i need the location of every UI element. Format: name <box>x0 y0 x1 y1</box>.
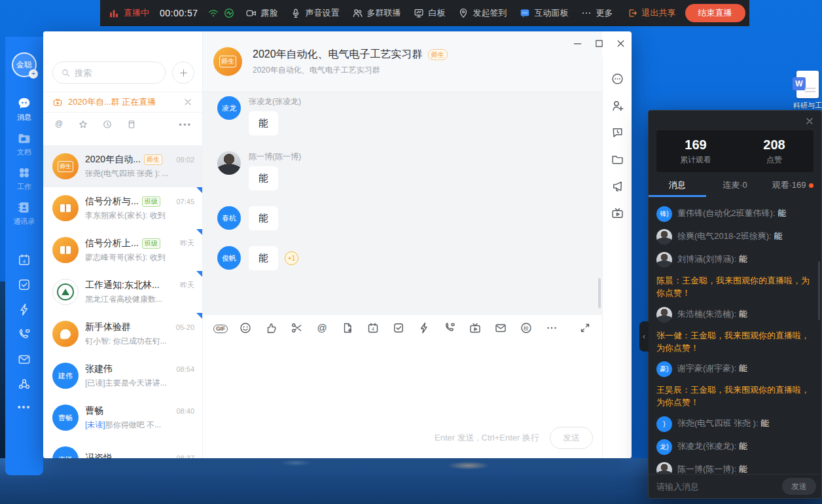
task-icon[interactable] <box>392 321 405 334</box>
emoji-icon[interactable] <box>239 321 252 334</box>
live-toolbar-item[interactable]: 白板 <box>413 7 446 19</box>
composer-input-area[interactable]: Enter 发送 , Ctrl+Enter 换行 发送 <box>203 341 602 458</box>
mail2-icon[interactable] <box>17 352 31 367</box>
group-avatar: 师生 <box>213 47 242 76</box>
moreh-icon[interactable] <box>545 321 558 334</box>
chat-list-item[interactable]: 信号分析与... 班级 07:45 李东朔家长(家长): 收到 <box>43 187 202 229</box>
mail-icon[interactable] <box>494 321 507 334</box>
flash-icon[interactable] <box>17 302 31 317</box>
todo-icon[interactable] <box>17 278 31 292</box>
chat-list-item[interactable]: 曹畅 曹畅 08:40 [未读]那你得做吧 不... <box>43 397 202 439</box>
livetv-icon[interactable] <box>611 206 624 220</box>
panel-collapse-handle[interactable]: ‹ <box>639 321 649 351</box>
call-icon[interactable] <box>443 321 456 334</box>
live-toolbar-item[interactable]: 互动面板 <box>519 7 569 19</box>
chat-list-item[interactable]: 工作通知:东北林... 昨天 黑龙江省高校健康数... <box>43 271 202 313</box>
live-message-input[interactable] <box>656 482 777 492</box>
atsign-icon[interactable]: @ <box>54 119 64 130</box>
live-toolbar-item[interactable]: 多群联播 <box>351 7 401 19</box>
gif-icon[interactable]: GIF <box>213 321 226 334</box>
docfilter-icon[interactable] <box>126 119 137 130</box>
contacts-icon <box>16 200 32 215</box>
end-live-button[interactable]: 结束直播 <box>685 4 745 22</box>
scissors-icon[interactable] <box>290 321 303 334</box>
chathistory-icon[interactable] <box>611 126 624 139</box>
svg-text:@: @ <box>317 322 327 333</box>
exit-share-button[interactable]: 退出共享 <box>626 7 676 19</box>
chat-list-item[interactable]: 新手体验群 05-20 钉小智: 你已成功在钉... <box>43 313 202 355</box>
live-panel-tab[interactable]: 连麦·0 <box>706 173 764 197</box>
desktop-word-document[interactable]: 科研与工 <box>793 71 822 111</box>
chat-list-item[interactable]: 师生 2020年自动... 师生 09:02 张尧(电气四班 张尧 ): ... <box>43 145 202 187</box>
like-icon[interactable] <box>264 321 277 334</box>
cal4-icon[interactable]: 4 <box>17 253 31 267</box>
morecircle-icon[interactable] <box>611 72 624 86</box>
school-icon[interactable]: 校 <box>520 321 533 334</box>
addperson-icon[interactable] <box>611 99 624 113</box>
close-icon[interactable] <box>804 116 815 126</box>
message-scroll-area[interactable]: 凌龙 张凌龙(张凌龙) 能 陈一博(陈一博) <box>203 92 602 315</box>
chat-message: 陈一博(陈一博) 能 <box>217 151 602 190</box>
at-icon[interactable]: @ <box>315 321 329 334</box>
search-box[interactable] <box>52 62 166 84</box>
expand-icon[interactable] <box>579 321 592 334</box>
chat-title: 冯姿悦 <box>85 452 113 458</box>
toolbar-item-label: 更多 <box>596 7 613 19</box>
close-icon[interactable] <box>183 97 193 107</box>
chat-list-item[interactable]: 建伟 张建伟 08:54 [已读]主要是今天讲讲... <box>43 355 202 397</box>
sidebar-nav-item[interactable]: 消息 <box>5 96 43 122</box>
live-toolbar-item[interactable]: 发起签到 <box>457 7 507 19</box>
message-avatar[interactable]: 春杭 <box>217 206 241 230</box>
chat-list-item[interactable]: 姿悦 冯姿悦 08:37 <box>43 439 202 458</box>
plus-icon <box>179 68 188 78</box>
scrollbar-thumb[interactable] <box>598 278 601 308</box>
filter-more-dots[interactable]: ••• <box>179 120 192 130</box>
live-chat-message: 朱浩楠(朱浩楠)能 <box>656 307 813 323</box>
live-interaction-panel: 169 累计观看 208 点赞 消息 连麦·0 观看·169 锋) 董伟锋(自动… <box>648 110 822 499</box>
live-toolbar-item[interactable]: 露脸 <box>245 7 278 19</box>
message-avatar[interactable] <box>217 151 241 175</box>
clockhist-icon[interactable] <box>102 119 113 130</box>
add-button[interactable] <box>172 62 194 84</box>
cal-icon[interactable]: 4 <box>366 321 380 334</box>
star-icon[interactable] <box>78 119 88 130</box>
chat-message: 春杭 能 <box>217 206 602 230</box>
search-input[interactable] <box>75 68 157 78</box>
mic-icon <box>290 7 302 19</box>
sidebar-nav-item[interactable]: 通讯录 <box>5 200 43 226</box>
chat-preview: 黑龙江省高校健康数... <box>85 294 194 305</box>
flash-icon[interactable] <box>418 321 431 334</box>
community-icon[interactable] <box>17 377 31 391</box>
close-icon[interactable] <box>615 38 626 49</box>
message-avatar[interactable]: 俊帆 <box>217 246 241 270</box>
tv-icon[interactable] <box>469 321 482 334</box>
chat-filter-row: @ ••• <box>43 113 202 136</box>
sidebar-more-dots[interactable]: ••• <box>18 402 31 412</box>
folder-icon[interactable] <box>611 153 624 166</box>
word-doc-label: 科研与工 <box>793 101 822 111</box>
chat-list-item[interactable]: 信号分析上... 班级 昨天 廖志峰哥哥(家长): 收到 <box>43 229 202 271</box>
live-message-avatar: 锋) <box>656 206 672 222</box>
megaphone-icon[interactable] <box>611 179 624 193</box>
live-panel-tab[interactable]: 观看·169 <box>764 173 821 197</box>
live-send-button[interactable]: 发送 <box>782 478 816 495</box>
live-panel-tab[interactable]: 消息 <box>649 173 706 197</box>
live-toolbar-item[interactable]: 更多 <box>581 7 613 19</box>
live-broadcast-banner[interactable]: 2020年自...群 正在直播 <box>43 92 202 113</box>
live-toolbar-item[interactable]: 声音设置 <box>290 7 340 19</box>
sidebar-nav-item[interactable]: 文档 <box>5 130 43 157</box>
user-avatar[interactable]: 金聪 + <box>12 52 37 77</box>
board-icon <box>413 7 425 19</box>
maximize-icon[interactable] <box>594 38 605 49</box>
reaction-badge[interactable]: +1 <box>285 251 298 265</box>
exit-icon <box>626 7 638 19</box>
minimize-icon[interactable] <box>572 38 583 49</box>
live-scrollbar-thumb[interactable] <box>818 261 820 320</box>
message-avatar[interactable]: 凌龙 <box>217 96 241 120</box>
svg-text:校: 校 <box>523 325 529 331</box>
sidebar-nav-item[interactable]: 工作 <box>5 165 43 192</box>
toolbar-item-label: 互动面板 <box>535 7 569 19</box>
vidcall-icon[interactable] <box>17 327 31 342</box>
send-button[interactable]: 发送 <box>550 427 593 449</box>
fileadd-icon[interactable] <box>341 321 354 334</box>
